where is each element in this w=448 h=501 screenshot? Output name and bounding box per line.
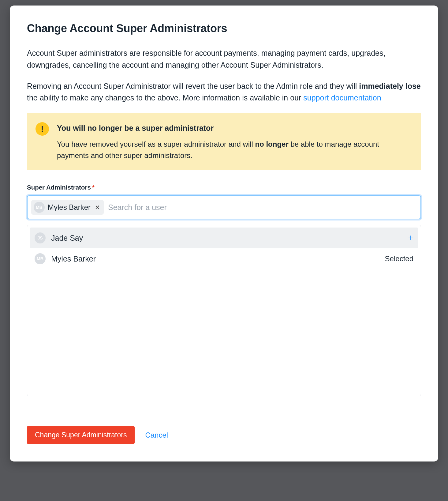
- chip-username: Myles Barker: [48, 203, 91, 212]
- user-option-name: Myles Barker: [51, 254, 96, 263]
- user-option-selected-label: Selected: [385, 254, 413, 263]
- user-option-myles-barker[interactable]: MB Myles Barker Selected: [30, 248, 418, 269]
- selected-user-chip: MB Myles Barker ✕: [31, 200, 104, 215]
- dialog-title: Change Account Super Administrators: [27, 22, 421, 35]
- dialog-description-1: Account Super administrators are respons…: [27, 47, 421, 71]
- super-admins-field-label: Super Administrators*: [27, 184, 421, 191]
- field-label-text: Super Administrators: [27, 184, 91, 191]
- support-documentation-link[interactable]: support documentation: [303, 93, 381, 102]
- chip-remove-icon[interactable]: ✕: [95, 204, 100, 210]
- dialog-description-2: Removing an Account Super Administrator …: [27, 80, 421, 104]
- avatar: MB: [35, 253, 46, 264]
- warning-icon: !: [35, 122, 49, 136]
- warning-alert-title: You will no longer be a super administra…: [57, 122, 413, 134]
- warning-alert-prefix: You have removed yourself as a super adm…: [57, 140, 255, 148]
- avatar: JS: [35, 232, 46, 243]
- dialog-description-2-strong: immediately lose: [359, 82, 420, 90]
- avatar: MB: [34, 202, 45, 213]
- user-option-name: Jade Say: [51, 234, 83, 243]
- dialog-description-2-prefix: Removing an Account Super Administrator …: [27, 82, 359, 90]
- user-option-jade-say[interactable]: JS Jade Say +: [30, 228, 418, 248]
- dialog-footer: Change Super Administrators Cancel: [27, 426, 421, 444]
- required-asterisk: *: [92, 184, 95, 191]
- change-super-admins-dialog: Change Account Super Administrators Acco…: [10, 6, 438, 461]
- super-admins-input[interactable]: MB Myles Barker ✕: [27, 195, 421, 219]
- user-dropdown-list: JS Jade Say + MB Myles Barker Selected: [27, 225, 421, 396]
- warning-alert-body: You will no longer be a super administra…: [57, 122, 413, 161]
- warning-alert-text: You have removed yourself as a super adm…: [57, 138, 413, 161]
- add-user-icon[interactable]: +: [408, 233, 413, 243]
- change-super-admins-button[interactable]: Change Super Administrators: [27, 426, 135, 444]
- modal-overlay: Change Account Super Administrators Acco…: [0, 0, 448, 501]
- dialog-description-2-suffix: the ability to make any changes to the a…: [27, 93, 303, 102]
- cancel-button[interactable]: Cancel: [145, 431, 168, 439]
- user-search-input[interactable]: [108, 203, 417, 212]
- warning-alert: ! You will no longer be a super administ…: [27, 113, 421, 170]
- warning-alert-strong: no longer: [255, 140, 288, 148]
